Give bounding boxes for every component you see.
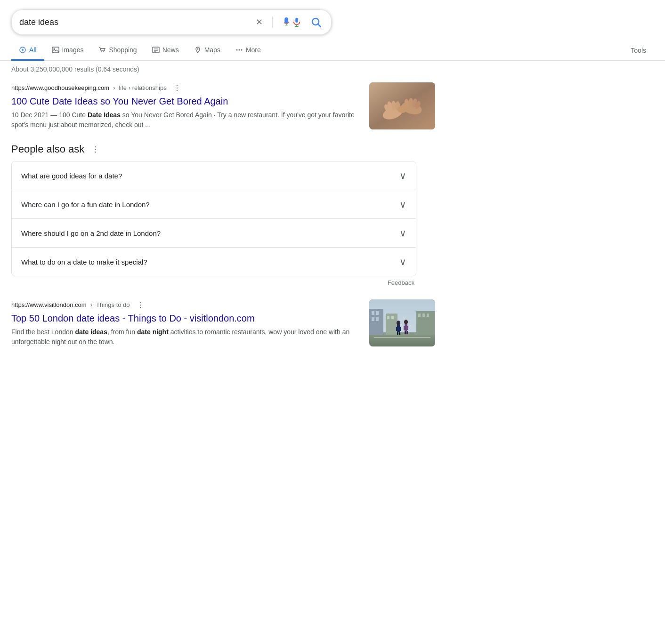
svg-rect-55 bbox=[404, 326, 405, 330]
hands-illustration bbox=[369, 82, 435, 129]
paa-question-2[interactable]: Where can I go for a fun date in London?… bbox=[12, 190, 416, 219]
voice-search-button[interactable] bbox=[279, 15, 304, 29]
results-count: About 3,250,000,000 results (0.64 second… bbox=[11, 65, 654, 73]
microphone-icon bbox=[281, 17, 292, 27]
svg-rect-57 bbox=[405, 331, 406, 334]
all-icon bbox=[19, 46, 26, 54]
tab-shopping[interactable]: Shopping bbox=[91, 40, 144, 61]
chevron-down-icon-4: ∨ bbox=[399, 256, 406, 267]
result-snippet-1: 10 Dec 2021 — 100 Cute Date Ideas so You… bbox=[11, 110, 360, 130]
shopping-icon bbox=[98, 46, 106, 54]
result-menu-button-1[interactable]: ⋮ bbox=[170, 82, 184, 93]
paa-header: People also ask ⋮ bbox=[11, 143, 654, 155]
result-breadcrumb-text-2: Things to do bbox=[96, 301, 130, 308]
svg-point-47 bbox=[397, 321, 400, 325]
svg-line-6 bbox=[318, 24, 321, 27]
result-breadcrumb-1: › bbox=[113, 84, 115, 91]
news-icon bbox=[152, 46, 160, 54]
maps-icon bbox=[194, 46, 202, 54]
result-title-2[interactable]: Top 50 London date ideas - Things to Do … bbox=[11, 312, 360, 324]
tools-button[interactable]: Tools bbox=[623, 41, 654, 60]
search-bar-area: ✕ bbox=[0, 0, 665, 40]
result-title-1[interactable]: 100 Cute Date Ideas so You Never Get Bor… bbox=[11, 95, 360, 107]
paa-title: People also ask bbox=[11, 143, 84, 155]
svg-rect-58 bbox=[406, 331, 408, 334]
result-url-1: https://www.goodhousekeeping.com › life … bbox=[11, 82, 360, 93]
result-domain-2: https://www.visitlondon.com bbox=[11, 301, 87, 308]
thumbnail-image-1 bbox=[369, 82, 435, 129]
search-input[interactable] bbox=[19, 17, 248, 27]
result-thumbnail-1 bbox=[369, 82, 435, 129]
tab-more[interactable]: More bbox=[228, 40, 268, 61]
svg-point-12 bbox=[103, 51, 104, 52]
result-breadcrumb-text-1: life › relationships bbox=[119, 84, 166, 91]
tab-all[interactable]: All bbox=[11, 40, 44, 61]
clear-button[interactable]: ✕ bbox=[252, 16, 266, 29]
paa-question-1[interactable]: What are good ideas for a date? ∨ bbox=[12, 161, 416, 190]
london-illustration bbox=[369, 299, 435, 346]
svg-rect-41 bbox=[387, 316, 389, 319]
nav-tabs: All Images Shopping bbox=[0, 40, 665, 61]
search-result-2: https://www.visitlondon.com › Things to … bbox=[11, 299, 435, 347]
result-content-1: https://www.goodhousekeeping.com › life … bbox=[11, 82, 360, 130]
paa-feedback: Feedback bbox=[11, 279, 416, 286]
chevron-down-icon-1: ∨ bbox=[399, 170, 406, 181]
svg-point-18 bbox=[236, 49, 237, 51]
result-thumbnail-2 bbox=[369, 299, 435, 346]
search-icon bbox=[310, 16, 322, 28]
svg-rect-50 bbox=[399, 327, 401, 331]
three-dots-icon-2: ⋮ bbox=[137, 301, 144, 309]
svg-rect-37 bbox=[376, 311, 379, 315]
more-dots-icon bbox=[235, 46, 243, 54]
paa-menu-button[interactable]: ⋮ bbox=[89, 144, 102, 155]
svg-rect-51 bbox=[397, 332, 398, 335]
thumbnail-image-2 bbox=[369, 299, 435, 346]
svg-rect-36 bbox=[372, 311, 374, 315]
search-result-1: https://www.goodhousekeeping.com › life … bbox=[11, 82, 435, 130]
chevron-down-icon-3: ∨ bbox=[399, 227, 406, 239]
mic-visual bbox=[292, 17, 302, 27]
svg-rect-39 bbox=[376, 317, 379, 321]
result-menu-button-2[interactable]: ⋮ bbox=[134, 299, 147, 310]
results-area: About 3,250,000,000 results (0.64 second… bbox=[0, 61, 665, 347]
svg-point-32 bbox=[397, 105, 407, 113]
svg-rect-44 bbox=[418, 314, 421, 317]
svg-rect-59 bbox=[374, 337, 430, 338]
tab-news[interactable]: News bbox=[145, 40, 187, 61]
svg-point-53 bbox=[404, 320, 408, 324]
three-dots-icon-1: ⋮ bbox=[173, 84, 181, 92]
result-snippet-2: Find the best London date ideas, from fu… bbox=[11, 327, 360, 347]
svg-rect-46 bbox=[427, 314, 429, 317]
result-breadcrumb-sep-2: › bbox=[90, 301, 92, 308]
search-divider bbox=[272, 16, 273, 28]
svg-rect-49 bbox=[396, 327, 398, 331]
paa-three-dots-icon: ⋮ bbox=[92, 145, 99, 153]
svg-point-17 bbox=[197, 48, 198, 50]
tab-images[interactable]: Images bbox=[44, 40, 91, 61]
images-icon bbox=[52, 46, 59, 54]
svg-rect-45 bbox=[422, 314, 425, 317]
svg-rect-2 bbox=[295, 18, 298, 23]
close-icon: ✕ bbox=[254, 17, 264, 27]
svg-rect-38 bbox=[372, 317, 374, 321]
paa-question-3[interactable]: Where should I go on a 2nd date in Londo… bbox=[12, 219, 416, 248]
paa-questions-container: What are good ideas for a date? ∨ Where … bbox=[11, 161, 416, 276]
svg-point-19 bbox=[238, 49, 240, 51]
svg-point-8 bbox=[22, 49, 24, 51]
svg-rect-42 bbox=[391, 316, 394, 319]
result-content-2: https://www.visitlondon.com › Things to … bbox=[11, 299, 360, 347]
svg-rect-56 bbox=[406, 326, 408, 330]
chevron-down-icon-2: ∨ bbox=[399, 199, 406, 210]
svg-point-20 bbox=[241, 49, 242, 51]
svg-rect-9 bbox=[52, 47, 59, 53]
result-url-2: https://www.visitlondon.com › Things to … bbox=[11, 299, 360, 310]
result-domain-1: https://www.goodhousekeeping.com bbox=[11, 84, 109, 91]
paa-question-4[interactable]: What to do on a date to make it special?… bbox=[12, 248, 416, 276]
search-bar: ✕ bbox=[11, 9, 332, 35]
svg-rect-0 bbox=[286, 22, 287, 23]
search-button[interactable] bbox=[308, 15, 324, 30]
svg-rect-52 bbox=[399, 332, 400, 335]
people-also-ask-section: People also ask ⋮ What are good ideas fo… bbox=[11, 143, 654, 286]
svg-point-11 bbox=[101, 51, 102, 52]
tab-maps[interactable]: Maps bbox=[187, 40, 228, 61]
